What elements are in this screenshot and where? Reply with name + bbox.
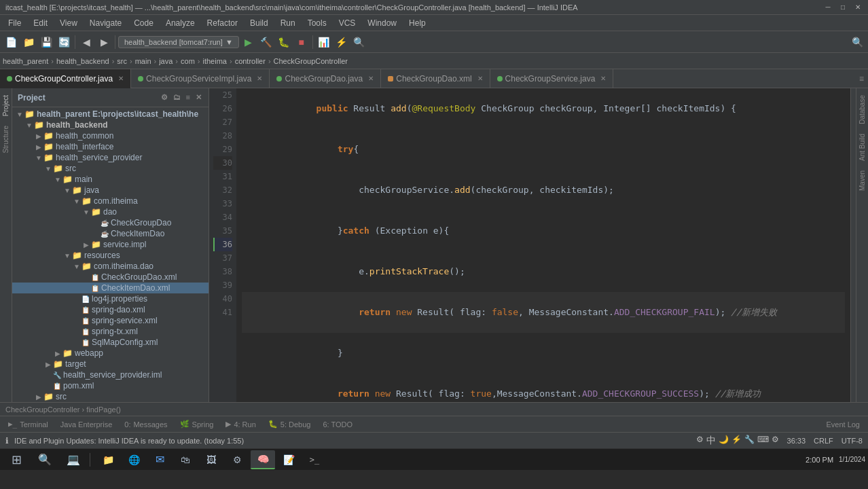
tree-com-itheima-dao[interactable]: ▼ 📁 com.itheima.dao (12, 261, 209, 272)
status-icon6[interactable]: ⌨ (757, 435, 769, 447)
menu-help[interactable]: Help (403, 17, 431, 29)
vtab-database[interactable]: Database (857, 91, 867, 128)
tree-sqlmapconfig[interactable]: 📋 SqlMapConfig.xml (12, 337, 209, 348)
menu-vcs[interactable]: VCS (333, 17, 361, 29)
profile-btn[interactable]: ⚡ (333, 34, 350, 50)
sidebar-close-icon[interactable]: ✕ (194, 92, 203, 103)
menu-file[interactable]: File (3, 17, 26, 29)
nav-health-backend[interactable]: health_backend (56, 57, 109, 65)
tree-checkgroupdao-xml[interactable]: 📋 CheckGroupDao.xml (12, 272, 209, 283)
open-btn[interactable]: 📁 (20, 34, 37, 50)
debug-btn[interactable]: 🐛 (276, 34, 292, 50)
tree-health-service-iml[interactable]: 🔧 health_service_provider.iml (12, 369, 209, 380)
tab-close5[interactable]: ✕ (600, 75, 606, 82)
tree-spring-tx[interactable]: 📋 spring-tx.xml (12, 326, 209, 337)
menu-view[interactable]: View (54, 17, 83, 29)
code-content[interactable]: public Result add(@RequestBody CheckGrou… (236, 88, 850, 402)
run-config-selector[interactable]: health_backend [tomcat7:run] ▼ (118, 36, 239, 48)
tree-checkitemdao-xml[interactable]: 📋 CheckItemDao.xml (12, 283, 209, 293)
search-btn[interactable]: 🔍 (351, 34, 367, 50)
status-encoding[interactable]: UTF-8 (842, 437, 863, 445)
tree-dao[interactable]: ▼ 📁 dao (12, 206, 209, 217)
bottom-tab-messages[interactable]: 0: Messages (119, 419, 173, 430)
nav-controller[interactable]: controller (235, 57, 266, 65)
tree-com-itheima[interactable]: ▼ 📁 com.itheima (12, 196, 209, 206)
nav-health-parent[interactable]: health_parent (3, 57, 48, 65)
sidebar-collapse-icon[interactable]: 🗂 (172, 92, 182, 103)
taskbar-app-store[interactable]: 🛍 (173, 450, 198, 469)
menu-run[interactable]: Run (275, 17, 301, 29)
tree-src2[interactable]: ▶ 📁 src (12, 391, 209, 402)
status-icon3[interactable]: 🌙 (719, 435, 729, 447)
bottom-tab-todo[interactable]: 6: TODO (317, 419, 358, 430)
taskbar-app-settings[interactable]: ⚙ (225, 450, 249, 469)
tree-health-backend[interactable]: ▼ 📁 health_backend (12, 120, 209, 130)
nav-main[interactable]: main (135, 57, 151, 65)
tab-checkgroupdao[interactable]: CheckGroupDao.java ✕ (270, 69, 381, 88)
status-icon5[interactable]: 🔧 (744, 435, 755, 447)
tab-close4[interactable]: ✕ (477, 75, 483, 82)
taskbar-app-intellij[interactable]: 🧠 (251, 450, 275, 469)
event-log-btn[interactable]: Event Log (820, 419, 865, 430)
tab-overflow-btn[interactable]: ≡ (855, 74, 868, 84)
bottom-tab-java-enterprise[interactable]: Java Enterprise (55, 419, 117, 430)
new-file-btn[interactable]: 📄 (3, 34, 19, 50)
run-btn[interactable]: ▶ (240, 34, 257, 50)
sidebar-settings-icon[interactable]: ⚙ (160, 92, 169, 103)
bottom-tab-debug[interactable]: 🐛 5: Debug (263, 418, 317, 430)
vtab-project[interactable]: Project (1, 91, 11, 120)
maximize-button[interactable]: □ (838, 3, 848, 12)
tab-close2[interactable]: ✕ (257, 75, 262, 82)
vtab-ant-build[interactable]: Ant Build (857, 130, 867, 165)
taskbar-app-chrome[interactable]: 🌐 (122, 450, 146, 469)
save-btn[interactable]: 💾 (38, 34, 54, 50)
back-btn[interactable]: ◀ (78, 34, 94, 50)
sidebar-expand-icon[interactable]: ≡ (185, 92, 192, 103)
tree-service-impl[interactable]: ▶ 📁 service.impl (12, 239, 209, 250)
tree-health-service-provider[interactable]: ▼ 📁 health_service_provider (12, 152, 209, 163)
taskbar-app-explorer[interactable]: 📁 (96, 450, 120, 469)
tree-spring-dao[interactable]: 📋 spring-dao.xml (12, 304, 209, 315)
status-icon1[interactable]: ⚙ (696, 435, 704, 447)
tab-checkgroupservice[interactable]: CheckGroupService.java ✕ (490, 69, 614, 88)
menu-edit[interactable]: Edit (28, 17, 53, 29)
minimize-button[interactable]: ─ (823, 3, 833, 12)
search-everywhere-btn[interactable]: 🔍 (849, 34, 865, 50)
taskbar-app-cmd[interactable]: >_ (302, 450, 327, 469)
menu-code[interactable]: Code (128, 17, 159, 29)
task-view-button[interactable]: 💻 (60, 450, 87, 469)
tree-checkitemdao[interactable]: ☕ CheckItemDao (12, 228, 209, 239)
tree-log4j[interactable]: 📄 log4j.properties (12, 293, 209, 304)
tab-checkgroupdaoxml[interactable]: CheckGroupDao.xml ✕ (381, 69, 490, 88)
vtab-structure[interactable]: Structure (1, 122, 11, 158)
taskbar-app-mail[interactable]: ✉ (147, 450, 172, 469)
tree-webapp[interactable]: ▶ 📁 webapp (12, 348, 209, 359)
menu-analyze[interactable]: Analyze (160, 17, 200, 29)
menu-navigate[interactable]: Navigate (84, 17, 127, 29)
tree-main[interactable]: ▼ 📁 main (12, 174, 209, 185)
menu-tools[interactable]: Tools (302, 17, 332, 29)
tree-pom[interactable]: 📋 pom.xml (12, 380, 209, 391)
status-icon4[interactable]: ⚡ (731, 435, 742, 447)
tree-resources[interactable]: ▼ 📁 resources (12, 250, 209, 261)
nav-java[interactable]: java (159, 57, 173, 65)
forward-btn[interactable]: ▶ (96, 34, 112, 50)
close-button[interactable]: ✕ (853, 3, 863, 12)
coverage-btn[interactable]: 📊 (316, 34, 332, 50)
tab-checkgroupcontroller[interactable]: CheckGroupController.java ✕ (0, 69, 131, 88)
nav-src[interactable]: src (117, 57, 127, 65)
status-icon7[interactable]: ⚙ (772, 435, 779, 447)
nav-com[interactable]: com (181, 57, 195, 65)
nav-itheima[interactable]: itheima (202, 57, 226, 65)
status-linesep[interactable]: CRLF (814, 437, 833, 445)
taskbar-app-notepad[interactable]: 📝 (276, 450, 301, 469)
vtab-maven[interactable]: Maven (857, 166, 867, 195)
tab-close-icon[interactable]: ✕ (118, 75, 124, 82)
editor-minimap[interactable] (850, 88, 856, 402)
tab-checkgroupserviceimpl[interactable]: CheckGroupServiceImpl.java ✕ (131, 69, 270, 88)
tree-health-parent[interactable]: ▼ 📁 health_parent E:\projects\itcast_hea… (12, 109, 209, 120)
bottom-tab-terminal[interactable]: ▶_ Terminal (3, 418, 54, 430)
taskbar-app-photos[interactable]: 🖼 (199, 450, 223, 469)
search-button[interactable]: 🔍 (31, 450, 58, 469)
tree-java[interactable]: ▼ 📁 java (12, 185, 209, 196)
